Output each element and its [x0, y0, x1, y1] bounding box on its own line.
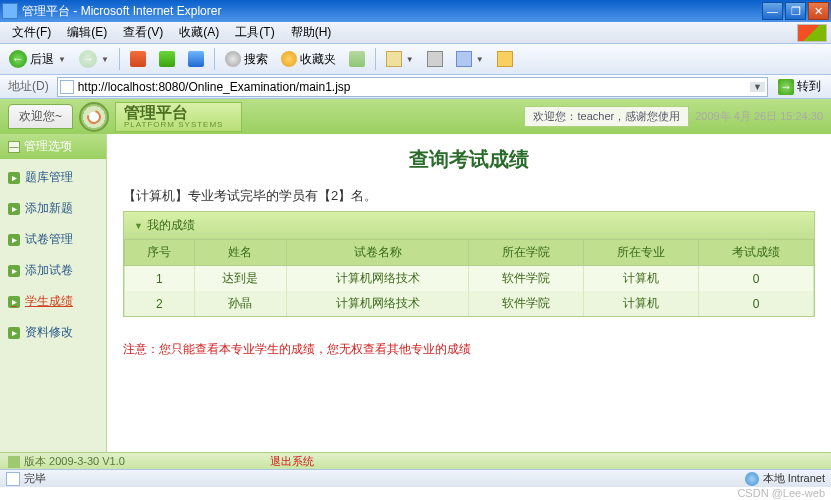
sidebar-item-label: 题库管理: [25, 169, 73, 186]
table-cell: 2: [125, 291, 195, 316]
chevron-down-icon: ▼: [101, 55, 109, 64]
history-icon: [349, 51, 365, 67]
column-header: 序号: [125, 240, 195, 266]
edit-icon: [456, 51, 472, 67]
table-cell: 达到是: [194, 266, 286, 292]
greeting-text: 欢迎您：teacher，感谢您使用: [524, 106, 689, 127]
column-header: 所在专业: [584, 240, 699, 266]
back-label: 后退: [30, 51, 54, 68]
brand-title: 管理平台 PLATFORM SYSTEMS: [115, 102, 242, 132]
mail-button[interactable]: ▼: [381, 47, 419, 71]
column-header: 试卷名称: [286, 240, 469, 266]
sidebar-item-5[interactable]: ▸资料修改: [8, 324, 98, 341]
sidebar: — 管理选项 ▸题库管理▸添加新题▸试卷管理▸添加试卷▸学生成绩▸资料修改: [0, 134, 107, 487]
browser-toolbar: ← 后退 ▼ → ▼ 搜索 收藏夹 ▼ ▼: [0, 44, 831, 75]
table-row[interactable]: 1达到是计算机网络技术软件学院计算机0: [125, 266, 814, 292]
app-footer: 版本 2009-3-30 V1.0 退出系统: [0, 452, 831, 470]
menu-favorites[interactable]: 收藏(A): [171, 22, 227, 43]
messenger-button[interactable]: [492, 47, 518, 71]
bullet-icon: ▸: [8, 296, 20, 308]
zone-text: 本地 Intranet: [763, 471, 825, 486]
sidebar-item-1[interactable]: ▸添加新题: [8, 200, 98, 217]
sidebar-header[interactable]: — 管理选项: [0, 134, 106, 159]
address-bar: 地址(D) ▼ → 转到: [0, 75, 831, 99]
table-cell: 孙晶: [194, 291, 286, 316]
table-cell: 计算机网络技术: [286, 291, 469, 316]
table-cell: 计算机: [584, 291, 699, 316]
welcome-tab[interactable]: 欢迎您~: [8, 104, 73, 129]
collapse-icon: —: [8, 141, 20, 153]
app-header: 欢迎您~ 管理平台 PLATFORM SYSTEMS 欢迎您：teacher，感…: [0, 99, 831, 134]
sidebar-item-2[interactable]: ▸试卷管理: [8, 231, 98, 248]
column-header: 姓名: [194, 240, 286, 266]
sidebar-item-label: 资料修改: [25, 324, 73, 341]
triangle-down-icon: ▼: [134, 221, 143, 231]
logout-link[interactable]: 退出系统: [270, 454, 314, 469]
forward-button[interactable]: → ▼: [74, 47, 114, 71]
stop-icon: [130, 51, 146, 67]
results-header-label: 我的成绩: [147, 217, 195, 234]
sidebar-item-label: 试卷管理: [25, 231, 73, 248]
brand-text: 管理平台: [124, 104, 188, 121]
favorites-button[interactable]: 收藏夹: [276, 47, 341, 71]
table-cell: 1: [125, 266, 195, 292]
status-page-icon: [6, 472, 20, 486]
menu-view[interactable]: 查看(V): [115, 22, 171, 43]
bullet-icon: ▸: [8, 234, 20, 246]
bullet-icon: ▸: [8, 203, 20, 215]
results-table: 序号姓名试卷名称所在学院所在专业考试成绩 1达到是计算机网络技术软件学院计算机0…: [124, 239, 814, 316]
refresh-icon: [159, 51, 175, 67]
sidebar-item-3[interactable]: ▸添加试卷: [8, 262, 98, 279]
sidebar-item-4[interactable]: ▸学生成绩: [8, 293, 98, 310]
toolbar-divider: [375, 48, 376, 70]
watermark: CSDN @Lee-web: [737, 487, 825, 499]
menu-bar: 文件(F) 编辑(E) 查看(V) 收藏(A) 工具(T) 帮助(H): [0, 22, 831, 44]
print-button[interactable]: [422, 47, 448, 71]
sidebar-item-label: 学生成绩: [25, 293, 73, 310]
windows-logo-icon: [797, 24, 827, 42]
summary-text: 【计算机】专业考试完毕的学员有【2】名。: [123, 187, 815, 205]
menu-help[interactable]: 帮助(H): [283, 22, 340, 43]
table-cell: 软件学院: [469, 266, 584, 292]
column-header: 所在学院: [469, 240, 584, 266]
chevron-down-icon: ▼: [58, 55, 66, 64]
app-icon: [2, 3, 18, 19]
version-text: 版本 2009-3-30 V1.0: [24, 454, 125, 469]
version-icon: [8, 456, 20, 468]
menu-file[interactable]: 文件(F): [4, 22, 59, 43]
datetime-text: 2009年 4月 26日 15:24:30: [695, 109, 823, 124]
table-cell: 0: [699, 266, 814, 292]
refresh-button[interactable]: [154, 47, 180, 71]
address-dropdown-button[interactable]: ▼: [750, 82, 765, 92]
menu-tools[interactable]: 工具(T): [227, 22, 282, 43]
notice-text: 注意：您只能查看本专业学生的成绩，您无权查看其他专业的成绩: [123, 341, 815, 358]
window-title: 管理平台 - Microsoft Internet Explorer: [22, 3, 762, 20]
results-header[interactable]: ▼ 我的成绩: [124, 212, 814, 239]
print-icon: [427, 51, 443, 67]
back-button[interactable]: ← 后退 ▼: [4, 47, 71, 71]
close-button[interactable]: ✕: [808, 2, 829, 20]
chevron-down-icon: ▼: [406, 55, 414, 64]
url-input[interactable]: [78, 80, 750, 94]
sidebar-item-label: 添加试卷: [25, 262, 73, 279]
edit-button[interactable]: ▼: [451, 47, 489, 71]
search-button[interactable]: 搜索: [220, 47, 273, 71]
menu-edit[interactable]: 编辑(E): [59, 22, 115, 43]
history-button[interactable]: [344, 47, 370, 71]
chevron-down-icon: ▼: [476, 55, 484, 64]
stop-button[interactable]: [125, 47, 151, 71]
page-title: 查询考试成绩: [123, 146, 815, 173]
table-row[interactable]: 2孙晶计算机网络技术软件学院计算机0: [125, 291, 814, 316]
maximize-button[interactable]: ❐: [785, 2, 806, 20]
bullet-icon: ▸: [8, 327, 20, 339]
app-logo-icon: [79, 102, 109, 132]
sidebar-header-label: 管理选项: [24, 138, 72, 155]
browser-statusbar: 完毕 本地 Intranet: [0, 469, 831, 487]
minimize-button[interactable]: —: [762, 2, 783, 20]
go-button[interactable]: → 转到: [772, 78, 827, 95]
search-icon: [225, 51, 241, 67]
bullet-icon: ▸: [8, 172, 20, 184]
sidebar-item-0[interactable]: ▸题库管理: [8, 169, 98, 186]
home-button[interactable]: [183, 47, 209, 71]
table-cell: 计算机: [584, 266, 699, 292]
